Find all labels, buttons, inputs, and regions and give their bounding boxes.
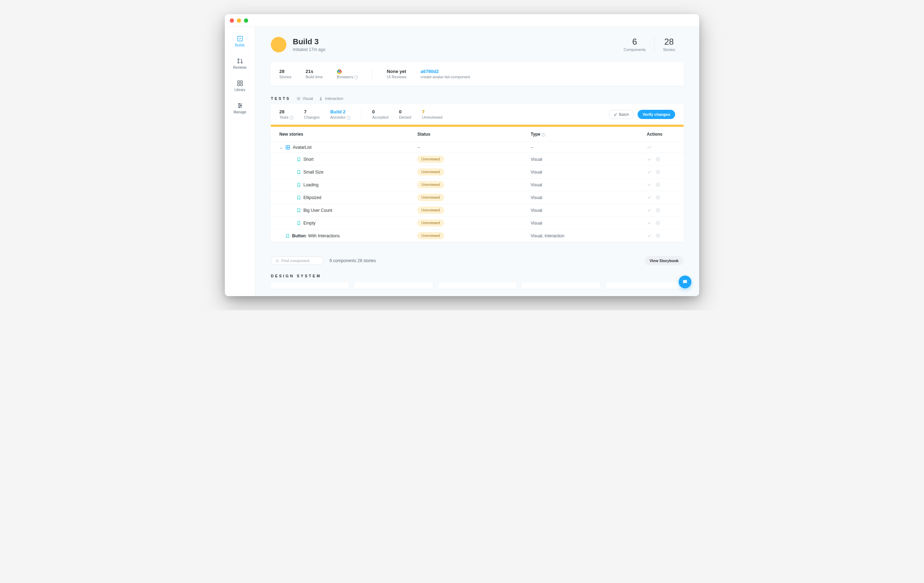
summary-value: 7	[304, 109, 320, 114]
maximize-window-button[interactable]	[244, 18, 248, 23]
deny-icon[interactable]	[656, 208, 660, 213]
accept-icon[interactable]	[647, 221, 652, 225]
summary-value: 7	[422, 109, 442, 114]
deny-icon[interactable]	[656, 195, 660, 200]
footer-counts: 6 components 28 stories	[330, 258, 376, 263]
component-group-row[interactable]: ⌄ AvatarList -- -- ✓✓	[271, 142, 684, 153]
info-value: 21s	[305, 69, 322, 74]
chrome-icon	[337, 69, 342, 74]
verify-changes-button[interactable]: Verify changes	[638, 110, 675, 119]
info-value: 28	[279, 69, 291, 74]
deny-icon[interactable]	[656, 170, 660, 174]
accept-icon[interactable]	[647, 195, 652, 200]
tag-label: Interaction	[325, 96, 343, 101]
accept-icon[interactable]	[647, 182, 652, 187]
component-icon	[286, 145, 290, 149]
accept-icon[interactable]	[647, 170, 652, 174]
find-component-input[interactable]: Find component	[271, 256, 324, 265]
pointer-icon	[319, 97, 323, 101]
story-name: Button: With Interactions	[292, 233, 340, 238]
status-badge: Unreviewed	[417, 168, 444, 175]
nav-label: Library	[234, 88, 245, 92]
info-ui-reviews: None yet UI Reviews	[386, 69, 406, 79]
help-icon[interactable]: ?	[290, 116, 294, 120]
main-content: Build 3 Initiated 17m ago 6 Components 2…	[255, 27, 699, 296]
accept-icon[interactable]	[647, 208, 652, 213]
view-storybook-button[interactable]: View Storybook	[645, 256, 684, 265]
preview-card[interactable]	[606, 282, 684, 289]
info-commit: a6780d2 create-avatar-list-component	[421, 69, 470, 79]
separator	[361, 109, 361, 120]
tests-summary: 28 Tests? 7 Changes Build 2 Ancestor?	[271, 104, 684, 125]
svg-point-29	[685, 281, 686, 282]
chevron-down-icon[interactable]: ⌄	[279, 145, 283, 150]
summary-accepted: 0 Accepted	[372, 109, 388, 120]
story-row[interactable]: Small Size Unreviewed Visual	[271, 165, 684, 178]
preview-card[interactable]	[271, 282, 349, 289]
story-row[interactable]: Empty Unreviewed Visual	[271, 216, 684, 229]
story-row[interactable]: Big User Count Unreviewed Visual	[271, 204, 684, 216]
batch-button[interactable]: Batch	[609, 110, 634, 119]
deny-icon[interactable]	[656, 157, 660, 162]
minimize-window-button[interactable]	[237, 18, 241, 23]
svg-point-25	[276, 259, 278, 261]
sidebar-item-reviews[interactable]: Reviews	[228, 56, 252, 71]
close-window-button[interactable]	[230, 18, 234, 23]
ancestor-link[interactable]: Build 2	[330, 109, 350, 114]
deny-icon[interactable]	[656, 221, 660, 225]
summary-label: Accepted	[372, 115, 388, 119]
stat-label: Stories	[663, 48, 675, 52]
svg-point-12	[240, 105, 241, 106]
type-cell: Visual, Interaction	[531, 233, 647, 238]
page-header: Build 3 Initiated 17m ago 6 Components 2…	[271, 37, 684, 53]
status-badge: Unreviewed	[417, 156, 444, 163]
help-icon[interactable]: ?	[541, 133, 545, 137]
svg-rect-4	[238, 81, 239, 83]
svg-rect-5	[240, 81, 242, 83]
titlebar	[225, 14, 699, 27]
nav-label: Manage	[233, 110, 246, 114]
separator	[372, 67, 373, 81]
col-header-actions: Actions	[647, 132, 675, 137]
chat-fab[interactable]	[679, 276, 691, 288]
summary-changes: 7 Changes	[304, 109, 320, 120]
help-icon[interactable]: ?	[354, 76, 358, 79]
svg-point-2	[238, 62, 239, 63]
story-row[interactable]: Loading Unreviewed Visual	[271, 178, 684, 191]
story-name: Ellipsized	[304, 195, 322, 200]
preview-card[interactable]	[438, 282, 516, 289]
bookmark-icon	[297, 208, 300, 213]
deny-icon[interactable]	[656, 182, 660, 187]
summary-value: 0	[372, 109, 388, 114]
sidebar-item-manage[interactable]: Manage	[228, 100, 252, 116]
svg-point-28	[685, 281, 685, 282]
sidebar-item-library[interactable]: Library	[228, 78, 252, 94]
button-label: Batch	[619, 112, 629, 117]
design-system-grid	[271, 282, 684, 289]
summary-value: 0	[399, 109, 411, 114]
commit-link[interactable]: a6780d2	[421, 69, 470, 74]
search-icon	[276, 259, 279, 263]
svg-point-11	[239, 103, 240, 104]
table-header: New stories Status Type? Actions	[271, 127, 684, 142]
accept-icon[interactable]	[647, 233, 652, 238]
summary-unreviewed: 7 Unreviewed	[422, 109, 442, 120]
story-row[interactable]: Ellipsized Unreviewed Visual	[271, 191, 684, 204]
story-name: Big User Count	[304, 208, 332, 213]
preview-card[interactable]	[522, 282, 600, 289]
deny-icon[interactable]	[656, 233, 660, 238]
story-row[interactable]: Button: With Interactions Unreviewed Vis…	[271, 229, 684, 242]
info-label: Browsers?	[337, 75, 358, 79]
bookmark-icon	[297, 195, 300, 200]
search-placeholder: Find component	[281, 259, 309, 263]
stat-value: 6	[624, 37, 645, 47]
accept-icon[interactable]	[647, 157, 652, 162]
story-row[interactable]: Short Unreviewed Visual	[271, 153, 684, 165]
status-badge: Unreviewed	[417, 181, 444, 188]
summary-label: Denied	[399, 115, 411, 119]
preview-card[interactable]	[355, 282, 432, 289]
story-name: Empty	[304, 221, 315, 226]
accept-all-icon[interactable]: ✓✓	[647, 145, 651, 150]
sidebar-item-builds[interactable]: Builds	[228, 33, 252, 49]
help-icon[interactable]: ?	[346, 116, 350, 120]
